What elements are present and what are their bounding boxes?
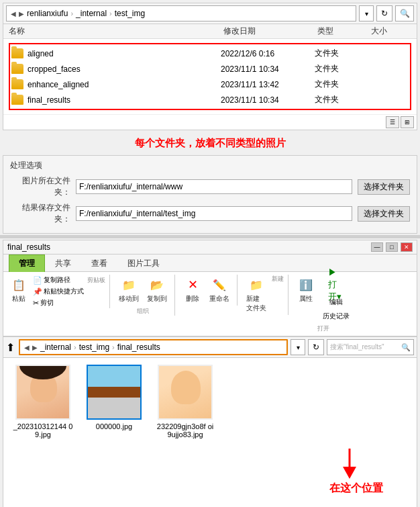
settings-row-2: 结果保存文件夹： 选择文件夹 xyxy=(10,202,410,225)
paste-icon: 📋 xyxy=(11,277,27,293)
tab-view[interactable]: 查看 xyxy=(81,255,117,272)
result-folder-select-button[interactable]: 选择文件夹 xyxy=(358,206,410,222)
bottom-path-part-1: _internal xyxy=(40,342,71,352)
organize-label: 组织 xyxy=(115,307,170,316)
ribbon-toolbar: 📋 粘贴 📄 复制路径 📌 粘贴快捷方式 ✂ xyxy=(3,271,417,336)
delete-button[interactable]: ✕ 删除 xyxy=(180,275,205,306)
properties-icon: ℹ️ xyxy=(298,277,314,293)
bottom-path-part-3: final_results xyxy=(117,342,160,352)
file-modified: 2023/11/1 10:34 xyxy=(221,95,315,105)
top-address-bar: ◀ ▶ renlianxiufu › _internal › test_img … xyxy=(3,3,417,24)
delete-icon: ✕ xyxy=(185,277,201,293)
file-list: aligned 2022/12/6 0:16 文件夹 cropped_faces… xyxy=(3,39,417,114)
tab-manage[interactable]: 管理 xyxy=(9,255,45,272)
path-dropdown-button[interactable]: ▾ xyxy=(359,5,374,21)
column-headers: 名称 修改日期 类型 大小 xyxy=(3,24,417,39)
window-title: final_results xyxy=(7,242,50,252)
move-icon: 📁 xyxy=(121,277,137,293)
bottom-refresh-button[interactable]: ↻ xyxy=(308,339,324,355)
file-name-label: cropped_faces xyxy=(28,64,81,74)
table-row[interactable]: aligned 2022/12/6 0:16 文件夹 xyxy=(11,46,409,61)
rename-icon: ✏️ xyxy=(211,277,227,293)
history-label: 历史记录 xyxy=(323,312,350,321)
table-row[interactable]: cropped_faces 2023/11/1 10:34 文件夹 xyxy=(11,61,409,77)
properties-button[interactable]: ℹ️ 属性 xyxy=(294,275,318,306)
path-part-2: _internal xyxy=(76,9,107,18)
edit-button[interactable]: 编辑 xyxy=(319,295,353,309)
copy-icon: 📂 xyxy=(149,277,165,293)
col-modified[interactable]: 修改日期 xyxy=(223,26,317,37)
files-grid: _202310312144 09.jpg 000000.jpg 232209gj… xyxy=(3,358,417,445)
grid-view-button[interactable]: ⊞ xyxy=(401,116,414,128)
annotation-text-2: 在这个位置 xyxy=(3,479,403,502)
bottom-path-arrow2: ▶ xyxy=(32,344,38,351)
tab-picture-tools[interactable]: 图片工具 xyxy=(117,255,170,272)
col-size[interactable]: 大小 xyxy=(371,26,411,37)
bottom-path-dropdown[interactable]: ▾ xyxy=(291,339,305,355)
settings-panel: 处理选项 图片所在文件夹： 选择文件夹 结果保存文件夹： 选择文件夹 xyxy=(3,155,417,234)
file-thumb-label-3: 232209gjn3o8f oi9ujjo83.jpg xyxy=(155,422,215,439)
close-button[interactable]: ✕ xyxy=(401,242,413,252)
file-type: 文件夹 xyxy=(315,79,368,90)
bottom-path-part-2: test_img xyxy=(79,342,109,352)
minimize-button[interactable]: — xyxy=(371,242,383,252)
folder-icon xyxy=(11,95,23,105)
file-name-label: enhance_aligned xyxy=(28,80,89,89)
section-divider xyxy=(0,235,420,238)
copy-to-button[interactable]: 📂 复制到 xyxy=(144,275,170,306)
organize-group: 📁 移动到 📂 复制到 组织 xyxy=(115,275,175,316)
cut-button[interactable]: ✂ 剪切 xyxy=(32,297,85,308)
new-label: 新建 xyxy=(272,275,284,283)
bottom-file-explorer: final_results — □ ✕ 管理 共享 查看 图片工具 📋 粘贴 xyxy=(3,240,417,507)
file-thumb-1[interactable]: _202310312144 09.jpg xyxy=(13,365,73,439)
refresh-button[interactable]: ↻ xyxy=(376,5,392,21)
search-box[interactable]: 搜索"final_results" 🔍 xyxy=(327,339,414,355)
file-thumb-2[interactable]: 000000.jpg xyxy=(84,365,144,430)
history-button[interactable]: 历史记录 xyxy=(319,310,353,323)
copy-path-button[interactable]: 📄 复制路径 xyxy=(32,275,85,285)
folder-icon xyxy=(11,79,23,89)
titlebar-controls: — □ ✕ xyxy=(371,242,413,252)
paste-options: 📄 复制路径 📌 粘贴快捷方式 ✂ 剪切 xyxy=(32,275,85,308)
svg-marker-1 xyxy=(343,467,356,479)
clipboard-group: 📋 粘贴 📄 复制路径 📌 粘贴快捷方式 ✂ xyxy=(7,275,110,308)
copy-path-icon: 📄 xyxy=(33,276,42,285)
paste-button[interactable]: 📋 粘贴 xyxy=(7,275,30,308)
clipboard-label: 剪贴板 xyxy=(87,276,105,285)
paste-shortcut-button[interactable]: 📌 粘贴快捷方式 xyxy=(32,286,85,297)
col-name[interactable]: 名称 xyxy=(9,26,223,37)
open-button[interactable]: ▶ 打开▾ xyxy=(319,275,353,295)
open-section-label: 打开 xyxy=(294,324,353,333)
face-image-3 xyxy=(159,365,211,419)
img-folder-select-button[interactable]: 选择文件夹 xyxy=(358,179,410,195)
new-folder-button[interactable]: 📁 新建 文件夹 xyxy=(243,275,270,315)
folder-group-highlight: aligned 2022/12/6 0:16 文件夹 cropped_faces… xyxy=(9,43,411,110)
search-icon[interactable]: 🔍 xyxy=(395,5,414,21)
new-folder-group: 📁 新建 文件夹 新建 xyxy=(243,275,288,315)
file-type: 文件夹 xyxy=(315,48,368,59)
list-view-button[interactable]: ☰ xyxy=(386,116,399,128)
col-type[interactable]: 类型 xyxy=(317,26,371,37)
thumbnail-1 xyxy=(15,365,70,420)
table-row[interactable]: enhance_aligned 2023/11/1 13:42 文件夹 xyxy=(11,77,409,92)
table-row[interactable]: final_results 2023/11/1 10:34 文件夹 xyxy=(11,92,409,107)
new-folder-icon: 📁 xyxy=(248,277,264,293)
file-thumb-label-2: 000000.jpg xyxy=(96,422,132,430)
face-image-1 xyxy=(17,365,69,419)
maximize-button[interactable]: □ xyxy=(386,242,398,252)
tab-share[interactable]: 共享 xyxy=(45,255,81,272)
top-path-box[interactable]: ◀ ▶ renlianxiufu › _internal › test_img xyxy=(6,5,356,21)
bottom-path-box[interactable]: ◀ ▶ _internal › test_img › final_results xyxy=(19,339,288,355)
move-to-button[interactable]: 📁 移动到 xyxy=(115,275,142,306)
group-image xyxy=(88,365,140,419)
img-folder-input[interactable] xyxy=(76,179,352,194)
edit-label: 编辑 xyxy=(329,297,343,307)
file-thumb-3[interactable]: 232209gjn3o8f oi9ujjo83.jpg xyxy=(155,365,215,439)
result-folder-input[interactable] xyxy=(76,206,352,221)
ribbon: 管理 共享 查看 图片工具 📋 粘贴 📄 复制路径 xyxy=(3,255,417,336)
paste-shortcut-icon: 📌 xyxy=(33,287,42,296)
folder-icon xyxy=(11,48,23,58)
nav-up-icon[interactable]: ⬆ xyxy=(6,341,15,354)
properties-open-group: ℹ️ 属性 ▶ 打开▾ 编辑 历史记录 xyxy=(294,275,357,333)
rename-button[interactable]: ✏️ 重命名 xyxy=(206,275,233,306)
